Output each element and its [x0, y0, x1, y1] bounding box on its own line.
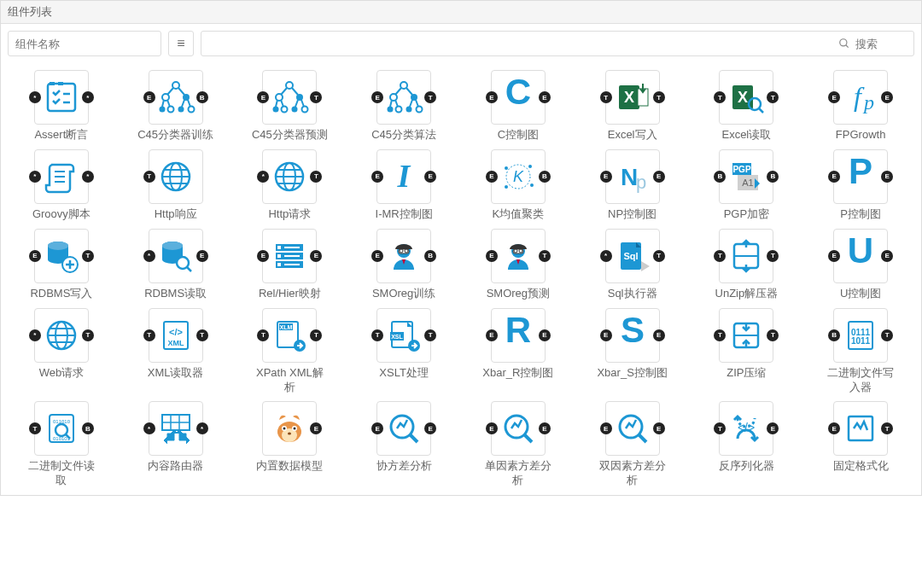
component-item[interactable]: EERel/Hier映射: [236, 229, 344, 301]
port-badge-right: E: [881, 250, 893, 262]
port-badge-right: E: [539, 422, 551, 434]
component-item[interactable]: **内容路由器: [122, 401, 230, 488]
component-item[interactable]: **Groovy脚本: [8, 149, 115, 222]
search-input[interactable]: [855, 38, 907, 50]
port-badge-right: T: [653, 91, 665, 103]
component-name-input[interactable]: [8, 31, 161, 56]
component-item[interactable]: EE双因素方差分析: [579, 401, 686, 488]
search-box[interactable]: [201, 31, 914, 56]
component-item[interactable]: *ERDBMS读取: [122, 229, 230, 301]
component-item[interactable]: PGPA1BBPGP加密: [693, 149, 801, 222]
component-item[interactable]: E内置数据模型: [236, 401, 344, 488]
component-item[interactable]: ET固定格式化: [807, 401, 914, 488]
port-badge-left: E: [486, 329, 498, 341]
component-icon: CEE: [491, 70, 546, 125]
component-label: Excel写入: [608, 128, 657, 143]
component-item[interactable]: *TWeb请求: [8, 308, 115, 395]
component-item[interactable]: CEEC控制图: [464, 70, 572, 143]
component-label: FPGrowth: [836, 128, 886, 143]
component-label: 二进制文件写入器: [822, 366, 899, 395]
component-item[interactable]: Sql*TSql执行器: [579, 229, 686, 301]
component-item[interactable]: REEXbar_R控制图: [464, 308, 572, 395]
component-item[interactable]: fpEEFPGrowth: [807, 70, 914, 143]
component-item[interactable]: EBC45分类器训练: [122, 70, 230, 143]
component-label: Groovy脚本: [32, 207, 90, 222]
component-item[interactable]: ETRDBMS写入: [8, 229, 115, 301]
svg-text:Sql: Sql: [623, 251, 638, 261]
svg-point-112: [55, 424, 67, 436]
port-badge-left: T: [714, 329, 726, 341]
component-item[interactable]: IEEI-MR控制图: [350, 149, 458, 222]
component-item[interactable]: *THttp请求: [236, 149, 344, 222]
svg-rect-2: [48, 84, 75, 111]
menu-button[interactable]: ≡: [168, 31, 194, 56]
component-item[interactable]: ETC45分类器预测: [236, 70, 344, 143]
port-badge-left: E: [600, 171, 612, 183]
svg-text:</>: </>: [738, 421, 755, 434]
svg-point-19: [400, 82, 407, 89]
component-item[interactable]: SEEXbar_S控制图: [579, 308, 686, 395]
component-item[interactable]: 01111011BT二进制文件写入器: [807, 308, 914, 395]
port-badge-right: E: [653, 329, 665, 341]
component-label: PGP加密: [724, 207, 769, 222]
component-label: Sql执行器: [608, 287, 657, 301]
component-item[interactable]: </>XMLTTXML读取器: [122, 308, 230, 395]
component-item[interactable]: 011010010101TB二进制文件读取: [8, 401, 115, 488]
component-item[interactable]: THttp响应: [122, 149, 230, 222]
component-item[interactable]: KEBK均值聚类: [464, 149, 572, 222]
component-icon: </>XMLTT: [149, 308, 203, 363]
port-badge-left: E: [828, 250, 840, 262]
svg-text:1011: 1011: [851, 336, 871, 346]
svg-point-82: [519, 249, 522, 253]
port-badge-right: T: [767, 250, 779, 262]
component-label: SMOreg预测: [487, 287, 550, 301]
port-badge-right: T: [881, 422, 893, 434]
component-icon: XTT: [605, 70, 660, 125]
component-item[interactable]: XTTExcel读取: [693, 70, 801, 143]
svg-line-33: [759, 108, 763, 113]
component-icon: *T: [262, 149, 317, 204]
component-item[interactable]: NpEENP控制图: [579, 149, 686, 222]
component-icon: ET: [376, 70, 431, 125]
svg-text:A1: A1: [743, 178, 754, 188]
component-item[interactable]: TTUnZip解压器: [693, 229, 801, 301]
component-item[interactable]: UEEU控制图: [807, 229, 914, 301]
svg-point-8: [159, 107, 165, 113]
port-badge-left: T: [143, 171, 155, 183]
component-item[interactable]: PEEP控制图: [807, 149, 914, 222]
svg-text:P: P: [849, 156, 872, 191]
svg-point-123: [294, 428, 296, 430]
port-badge-right: T: [424, 91, 436, 103]
component-label: P控制图: [840, 207, 881, 222]
port-badge-left: B: [714, 171, 726, 183]
component-icon: **: [149, 401, 203, 456]
component-item[interactable]: ETC45分类算法: [350, 70, 458, 143]
component-label: 内容路由器: [148, 459, 203, 474]
svg-point-60: [48, 242, 68, 250]
component-icon: IEE: [376, 149, 431, 204]
port-badge-right: T: [196, 329, 208, 341]
toolbar: ≡: [1, 24, 921, 63]
component-item[interactable]: EE单因素方差分析: [464, 401, 572, 488]
port-badge-left: *: [143, 250, 155, 262]
component-item[interactable]: EE协方差分析: [350, 401, 458, 488]
component-item[interactable]: EBSMOreg训练: [350, 229, 458, 301]
component-label: Xbar_S控制图: [597, 366, 667, 381]
component-item[interactable]: XLMTTXPath XML解析: [236, 308, 344, 395]
component-icon: XLMTT: [262, 308, 317, 363]
component-item[interactable]: XTTExcel写入: [579, 70, 686, 143]
svg-point-49: [528, 165, 532, 168]
port-badge-left: T: [257, 329, 269, 341]
component-label: 反序列化器: [719, 459, 774, 474]
component-item[interactable]: ETSMOreg预测: [464, 229, 572, 301]
component-item[interactable]: </>TE反序列化器: [693, 401, 801, 488]
port-badge-left: E: [600, 329, 612, 341]
port-badge-right: E: [310, 250, 322, 262]
component-item[interactable]: TTZIP压缩: [693, 308, 801, 395]
component-label: SMOreg训练: [372, 287, 435, 301]
component-item[interactable]: XSLTTXSLT处理: [350, 308, 458, 395]
port-badge-left: *: [143, 422, 155, 434]
component-item[interactable]: **Assert断言: [8, 70, 115, 143]
svg-point-12: [286, 82, 293, 89]
port-badge-right: T: [424, 329, 436, 341]
